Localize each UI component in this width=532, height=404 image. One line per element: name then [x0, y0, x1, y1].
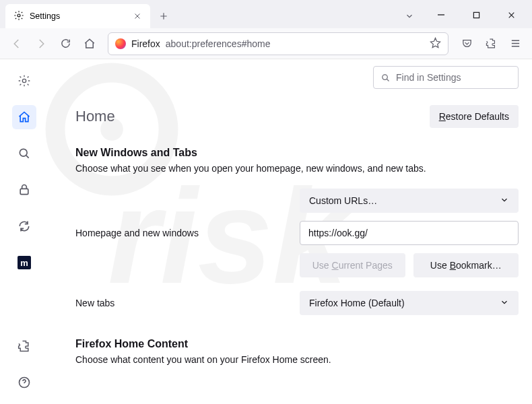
url-address: about:preferences#home: [166, 38, 424, 49]
url-context: Firefox: [131, 38, 160, 49]
sidebar-item-privacy[interactable]: [12, 178, 36, 202]
m-icon: m: [18, 256, 31, 269]
reload-button[interactable]: [54, 32, 77, 55]
section-home-content-desc: Choose what content you want on your Fir…: [75, 354, 519, 365]
sidebar-item-help[interactable]: [12, 370, 36, 395]
back-button[interactable]: [5, 32, 28, 55]
settings-sidebar: m: [0, 59, 65, 404]
svg-point-4: [18, 14, 20, 17]
svg-point-10: [383, 74, 388, 79]
homepage-mode-dropdown[interactable]: Custom URLs…: [300, 189, 519, 213]
gear-icon: [13, 10, 24, 23]
bookmark-star-icon[interactable]: [430, 37, 441, 50]
new-tab-button[interactable]: [153, 5, 174, 27]
sidebar-item-sync[interactable]: [12, 214, 36, 238]
dropdown-value: Custom URLs…: [309, 195, 377, 206]
maximize-button[interactable]: [461, 4, 492, 26]
use-current-pages-button[interactable]: Use Current Pages: [300, 253, 405, 277]
minimize-button[interactable]: [426, 4, 457, 26]
app-menu-button[interactable]: [504, 32, 527, 55]
close-icon[interactable]: [131, 10, 143, 22]
homepage-label: Homepage and new windows: [75, 228, 288, 238]
homepage-url-input[interactable]: [300, 221, 519, 245]
settings-search[interactable]: Find in Settings: [373, 66, 519, 89]
sidebar-item-extensions[interactable]: [12, 334, 36, 358]
titlebar: Settings: [0, 0, 532, 28]
pocket-button[interactable]: [455, 32, 478, 55]
newtabs-dropdown[interactable]: Firefox Home (Default): [300, 291, 519, 315]
settings-main: Find in Settings Home Restore Defaults N…: [65, 59, 532, 404]
sidebar-item-general[interactable]: [12, 69, 36, 93]
search-icon: [380, 73, 391, 83]
svg-point-6: [22, 79, 26, 82]
home-button-toolbar[interactable]: [78, 32, 101, 55]
tab-title: Settings: [30, 11, 60, 21]
url-bar[interactable]: Firefox about:preferences#home: [108, 32, 448, 55]
close-window-button[interactable]: [496, 4, 527, 26]
section-new-windows-heading: New Windows and Tabs: [75, 147, 519, 159]
svg-point-7: [20, 149, 27, 156]
extensions-button[interactable]: [479, 32, 502, 55]
window-controls: [426, 4, 527, 26]
toolbar: Firefox about:preferences#home: [0, 28, 532, 59]
browser-tab[interactable]: Settings: [5, 4, 150, 28]
list-tabs-button[interactable]: [399, 5, 420, 27]
section-home-content-heading: Firefox Home Content: [75, 338, 519, 350]
use-bookmark-button[interactable]: Use Bookmark…: [413, 253, 519, 277]
svg-rect-5: [473, 12, 479, 18]
newtabs-label: New tabs: [75, 298, 288, 308]
search-placeholder: Find in Settings: [396, 72, 461, 83]
svg-rect-8: [20, 189, 28, 194]
chevron-down-icon: [500, 298, 509, 309]
sidebar-item-home[interactable]: [12, 105, 36, 129]
sidebar-item-search[interactable]: [12, 141, 36, 166]
dropdown-value: Firefox Home (Default): [309, 298, 405, 308]
section-new-windows-desc: Choose what you see when you open your h…: [75, 163, 519, 174]
restore-defaults-button[interactable]: Restore Defaults: [430, 105, 519, 128]
page-title: Home: [75, 108, 115, 125]
forward-button[interactable]: [30, 32, 53, 55]
chevron-down-icon: [500, 195, 509, 207]
firefox-icon: [115, 38, 126, 49]
sidebar-item-more[interactable]: m: [12, 250, 36, 275]
